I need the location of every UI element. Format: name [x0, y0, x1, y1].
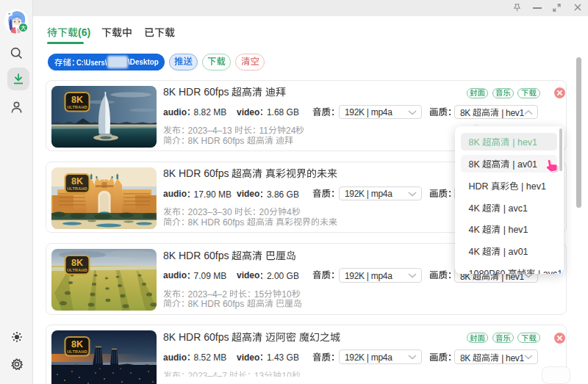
svg-text:8K: 8K [71, 258, 83, 268]
svg-text:ULTRAHD: ULTRAHD [67, 104, 87, 109]
svg-text:8K: 8K [71, 95, 83, 105]
svg-text:ULTRAHD: ULTRAHD [67, 186, 87, 190]
svg-text:8K: 8K [71, 339, 83, 349]
svg-text:8K: 8K [71, 176, 83, 186]
svg-text:ULTRAHD: ULTRAHD [67, 349, 87, 354]
svg-text:ULTRAHD: ULTRAHD [67, 268, 87, 272]
